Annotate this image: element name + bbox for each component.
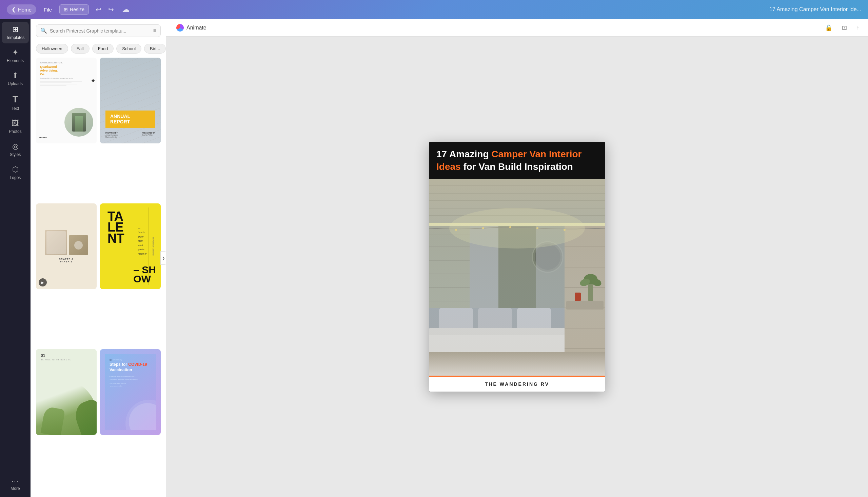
sidebar-item-elements[interactable]: ✦ Elements [2, 45, 29, 67]
tmpl1-sub: Beechtown City's #1 advertising agency a… [40, 77, 93, 79]
sidebar-item-styles[interactable]: ◎ Styles [2, 139, 29, 160]
sidebar-item-photos[interactable]: 🖼 Photos [2, 116, 29, 137]
canvas-content: 17 Amazing Camper Van Interior Ideas for… [166, 37, 868, 497]
logos-icon: ⬡ [12, 165, 19, 174]
home-label: Home [18, 7, 31, 13]
template-card-crafts[interactable]: CRAFTS & PAPERIE ▶ [36, 203, 97, 289]
more-icon: ··· [12, 478, 19, 485]
cloud-save-icon: ☁ [122, 5, 129, 14]
template-card-nature[interactable]: 01 BE ONE WITH NATURE [36, 349, 97, 435]
canvas-toolbar: Animate 🔒 ⊡ ↑ [166, 19, 868, 37]
sidebar-label-more: More [11, 486, 20, 491]
copy-icon: ⊡ [842, 25, 847, 31]
undo-button[interactable]: ↩ [93, 3, 104, 16]
van-overlay [429, 179, 605, 375]
uploads-icon: ⬆ [12, 71, 18, 80]
sidebar-label-elements: Elements [7, 58, 24, 63]
search-bar: 🔍 ≡ [36, 25, 161, 37]
resize-label: Resize [70, 7, 84, 12]
animate-button[interactable]: Animate [173, 22, 210, 33]
document-title: 17 Amazing Camper Van Interior Ide... [769, 6, 861, 13]
home-button[interactable]: ❮ Home [7, 4, 36, 15]
sidebar-item-text[interactable]: T Text [2, 91, 29, 114]
design-card[interactable]: 17 Amazing Camper Van Interior Ideas for… [429, 142, 605, 392]
tmpl2-title: ANNUALREPORT [110, 114, 151, 124]
share-icon: ↑ [856, 25, 859, 30]
template-card-talent[interactable]: TALENT —time toshowthemwhatyou'remade of… [100, 203, 161, 289]
sidebar-label-text: Text [12, 106, 19, 111]
sidebar-label-photos: Photos [9, 129, 22, 134]
design-card-footer: THE WANDERING RV [429, 375, 605, 392]
sidebar-item-logos[interactable]: ⬡ Logos [2, 162, 29, 183]
panel-header: 🔍 ≡ [30, 19, 166, 41]
templates-panel: 🔍 ≡ Halloween Fall Food School Birt... ❯… [30, 19, 166, 497]
animate-icon [176, 24, 184, 31]
resize-icon: ⊞ [64, 7, 68, 12]
file-menu[interactable]: File [40, 5, 55, 15]
tmpl1-tagline: YOUR MESSAGE MATTERS. [40, 62, 93, 64]
tmpl1-brand: QuarkwoodAdvertising,Co. [40, 65, 93, 76]
copy-button[interactable]: ⊡ [840, 22, 849, 33]
play-icon: ▶ [41, 281, 44, 284]
sidebar: ⊞ Templates ✦ Elements ⬆ Uploads T Text … [0, 19, 30, 497]
canvas-area: Animate 🔒 ⊡ ↑ 17 Amazing Camper Van Inte… [166, 19, 868, 497]
chip-birthday[interactable]: Birt... [144, 44, 166, 54]
search-icon: 🔍 [40, 27, 47, 34]
styles-icon: ◎ [12, 142, 19, 151]
chip-halloween[interactable]: Halloween [36, 44, 68, 54]
search-input[interactable] [50, 28, 151, 33]
design-card-header: 17 Amazing Camper Van Interior Ideas for… [429, 142, 605, 179]
chip-food[interactable]: Food [92, 44, 114, 54]
sidebar-item-more[interactable]: ··· More [2, 474, 29, 494]
template-card-quarkwood[interactable]: YOUR MESSAGE MATTERS. QuarkwoodAdvertisi… [36, 58, 97, 143]
tmpl2-title-box: ANNUALREPORT [105, 111, 155, 128]
tmpl2-footer: PREPARED BY Joseph Langston Matthew Smit… [105, 132, 155, 138]
sidebar-label-styles: Styles [10, 152, 21, 157]
filter-icon[interactable]: ≡ [153, 28, 156, 34]
back-chevron-icon: ❮ [12, 6, 16, 13]
lock-button[interactable]: 🔒 [823, 22, 835, 33]
panel-collapse-button[interactable]: ❯ [160, 251, 166, 265]
text-icon: T [13, 94, 18, 105]
sidebar-label-logos: Logos [10, 175, 21, 180]
topbar: ❮ Home File ⊞ Resize ↩ ↪ ☁ 17 Amazing Ca… [0, 0, 868, 19]
sidebar-item-templates[interactable]: ⊞ Templates [2, 22, 29, 43]
share-button[interactable]: ↑ [854, 22, 861, 33]
topbar-left: ❮ Home File ⊞ Resize ↩ ↪ ☁ [7, 3, 129, 16]
filter-chips: Halloween Fall Food School Birt... ❯ [30, 41, 166, 58]
canvas-top-right-actions: 🔒 ⊡ ↑ [823, 22, 861, 33]
sidebar-label-templates: Templates [6, 35, 25, 40]
templates-icon: ⊞ [12, 25, 18, 34]
photos-icon: 🖼 [12, 119, 19, 128]
undo-redo-group: ↩ ↪ [93, 3, 117, 16]
design-title-suffix: for Van Build Inspiration [461, 161, 573, 172]
sidebar-label-uploads: Uploads [8, 81, 23, 86]
redo-button[interactable]: ↪ [105, 3, 117, 16]
templates-grid: YOUR MESSAGE MATTERS. QuarkwoodAdvertisi… [30, 58, 166, 497]
template-card-covid[interactable]: Whelan City Steps for COVID-19Vaccinatio… [100, 349, 161, 435]
design-title: 17 Amazing Camper Van Interior Ideas for… [436, 148, 598, 173]
animate-label: Animate [186, 25, 207, 31]
chip-fall[interactable]: Fall [71, 44, 89, 54]
design-title-normal: 17 Amazing [436, 149, 491, 159]
resize-button[interactable]: ⊞ Resize [59, 4, 89, 15]
template-card-annual-report[interactable]: ANNUALREPORT PREPARED BY Joseph Langston… [100, 58, 161, 143]
elements-icon: ✦ [12, 48, 18, 57]
design-image-area [429, 179, 605, 375]
brand-name: THE WANDERING RV [485, 381, 549, 387]
play-button[interactable]: ▶ [39, 278, 47, 286]
chip-school[interactable]: School [116, 44, 141, 54]
sidebar-item-uploads[interactable]: ⬆ Uploads [2, 68, 29, 89]
lock-icon: 🔒 [825, 25, 833, 31]
